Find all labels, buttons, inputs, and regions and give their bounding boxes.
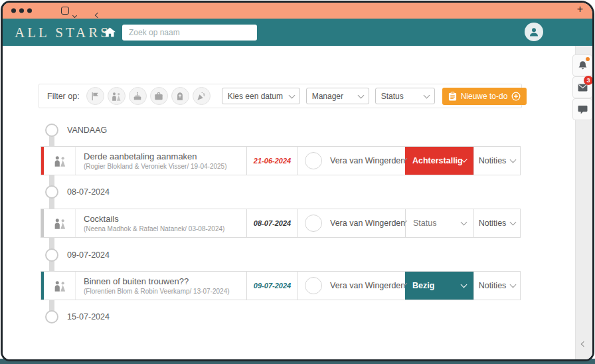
manager-dropdown-label: Manager (312, 92, 343, 101)
flag-icon (90, 92, 100, 101)
window-control-dot[interactable] (11, 9, 16, 13)
status-select[interactable]: Status (405, 209, 473, 237)
tombstone-icon (175, 92, 185, 101)
task-card[interactable]: Derde aanbetaling aanmaken (Rogier Blokl… (41, 146, 521, 175)
manager-name: Vera van Wingerden (330, 219, 405, 228)
messages-button[interactable]: 3 (572, 76, 592, 98)
notes-label: Notities (479, 156, 507, 165)
status-label: Bezig (412, 281, 434, 290)
new-tab-button[interactable]: + (577, 3, 583, 15)
notes-label: Notities (479, 281, 507, 290)
date-dropdown[interactable]: Kies een datum (222, 88, 300, 104)
task-subtitle: (Rogier Blokland & Veroniek Visser/ 19-0… (84, 163, 227, 170)
task-title: Derde aanbetaling aanmaken (84, 151, 197, 161)
wedding-couple-icon (53, 155, 66, 167)
filter-bar: Filter op: (39, 84, 522, 108)
wedding-couple-icon (53, 280, 66, 292)
new-todo-button[interactable]: Nieuwe to-do (442, 88, 527, 105)
status-label: Achterstallig (412, 156, 463, 165)
task-info: Derde aanbetaling aanmaken (Rogier Blokl… (76, 147, 246, 175)
person-icon (529, 27, 539, 37)
event-type-cell (44, 272, 76, 300)
timeline-milestone-label: 15-07-2024 (67, 312, 110, 321)
filter-funeral-button[interactable] (171, 87, 189, 105)
manager-select[interactable]: Vera van Wingerden (298, 209, 405, 237)
chevron-down-icon (510, 157, 517, 163)
manager-avatar (305, 152, 322, 169)
manager-avatar (305, 215, 322, 232)
timeline-node (45, 185, 58, 199)
timeline-milestone-label: VANDAAG (67, 126, 107, 135)
event-type-cell (44, 209, 76, 237)
filter-birthday-button[interactable] (129, 87, 147, 105)
date-dropdown-label: Kies een datum (228, 92, 283, 101)
party-popper-icon (197, 92, 206, 101)
task-info: Cocktails (Neena Madhok & Rafael Natanek… (76, 209, 246, 237)
chat-icon (578, 105, 588, 114)
window-control-dot[interactable] (27, 9, 32, 13)
chevron-down-icon (461, 282, 468, 288)
browser-window: + ALL STARS 3 (1, 1, 594, 361)
timeline-node (45, 124, 58, 137)
notifications-button[interactable] (572, 54, 592, 76)
filter-flag-button[interactable] (86, 87, 104, 105)
home-icon[interactable] (104, 27, 116, 40)
timeline-node (45, 310, 58, 323)
new-todo-label: Nieuwe to-do (461, 92, 508, 101)
mail-badge: 3 (584, 76, 592, 85)
manager-dropdown[interactable]: Manager (306, 88, 369, 104)
notification-dot (586, 57, 590, 61)
task-card[interactable]: Cocktails (Neena Madhok & Rafael Natanek… (41, 209, 521, 238)
filter-wedding-button[interactable] (108, 87, 126, 105)
manager-name: Vera van Wingerden (330, 156, 405, 165)
bell-icon (578, 60, 588, 71)
tab-icon[interactable] (61, 7, 69, 15)
manager-name: Vera van Wingerden (330, 281, 405, 290)
briefcase-icon (154, 92, 163, 101)
task-subtitle: (Neena Madhok & Rafael Natanek/ 03-08-20… (84, 225, 224, 232)
timeline-milestone-label: 08-07-2024 (67, 187, 110, 197)
task-date: 09-07-2024 (246, 272, 298, 300)
collapse-chevron-icon[interactable] (582, 337, 586, 349)
chevron-down-icon (510, 282, 517, 288)
window-controls[interactable] (11, 9, 32, 13)
notes-dropdown[interactable]: Notities (473, 147, 520, 175)
search-input[interactable] (122, 25, 257, 41)
chevron-down-icon (288, 92, 295, 98)
task-date: 21-06-2024 (246, 147, 298, 175)
notes-dropdown[interactable]: Notities (473, 209, 520, 237)
screen: + ALL STARS 3 (0, 0, 595, 364)
manager-select[interactable]: Vera van Wingerden (298, 272, 405, 300)
task-subtitle: (Florentien Blom & Robin Veerkamp/ 13-07… (84, 288, 230, 295)
main-content: 3 Filter op: (3, 46, 592, 359)
task-date: 08-07-2024 (246, 209, 298, 237)
avatar[interactable] (525, 23, 543, 41)
chevron-down-icon (357, 92, 364, 98)
timeline-milestone-label: 09-07-2024 (67, 250, 110, 260)
task-card[interactable]: Binnen of buiten trouwen?? (Florentien B… (41, 271, 521, 300)
status-select[interactable]: Bezig (405, 272, 473, 300)
filter-business-button[interactable] (150, 87, 168, 105)
status-select[interactable]: Achterstallig (405, 147, 473, 175)
manager-avatar (305, 277, 322, 294)
app-header: ALL STARS (3, 19, 592, 46)
notes-label: Notities (479, 219, 507, 228)
chat-button[interactable] (572, 98, 592, 120)
event-type-cell (44, 147, 76, 175)
chevron-down-icon (461, 219, 468, 226)
timeline-node (45, 248, 58, 262)
notifications-sidebar: 3 (575, 46, 592, 359)
filter-label: Filter op: (47, 92, 80, 101)
status-label: Status (413, 219, 436, 228)
chevron-down-icon (510, 219, 517, 226)
filter-party-button[interactable] (193, 87, 211, 105)
window-control-dot[interactable] (19, 9, 24, 13)
manager-select[interactable]: Vera van Wingerden (298, 147, 405, 175)
task-info: Binnen of buiten trouwen?? (Florentien B… (76, 272, 246, 300)
task-title: Cocktails (84, 214, 119, 224)
task-title: Binnen of buiten trouwen?? (84, 276, 189, 286)
chevron-down-icon (423, 92, 430, 98)
birthday-cake-icon (133, 92, 142, 101)
notes-dropdown[interactable]: Notities (473, 272, 520, 300)
status-dropdown[interactable]: Status (375, 88, 435, 104)
